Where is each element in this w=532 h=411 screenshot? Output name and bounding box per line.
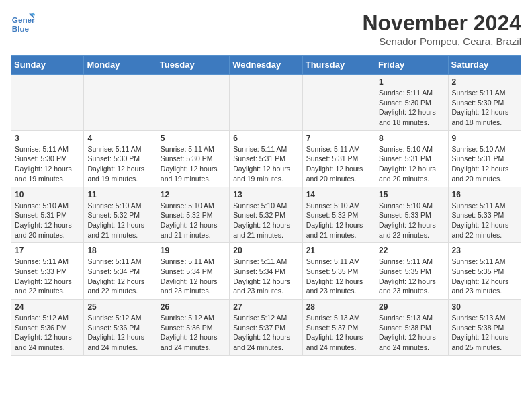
day-info: Sunrise: 5:11 AM Sunset: 5:34 PM Dayligh… (233, 257, 298, 296)
day-number: 7 (306, 134, 371, 143)
day-number: 2 (452, 77, 517, 87)
day-info: Sunrise: 5:11 AM Sunset: 5:31 PM Dayligh… (233, 144, 298, 184)
calendar-day-26: 26Sunrise: 5:12 AM Sunset: 5:36 PM Dayli… (157, 300, 229, 356)
day-info: Sunrise: 5:12 AM Sunset: 5:36 PM Dayligh… (161, 313, 226, 353)
day-info: Sunrise: 5:11 AM Sunset: 5:30 PM Dayligh… (452, 88, 517, 128)
calendar-day-17: 17Sunrise: 5:11 AM Sunset: 5:33 PM Dayli… (11, 243, 84, 300)
calendar-day-13: 13Sunrise: 5:10 AM Sunset: 5:32 PM Dayli… (230, 187, 302, 243)
calendar-day-2: 2Sunrise: 5:11 AM Sunset: 5:30 PM Daylig… (448, 75, 521, 131)
weekday-header-tuesday: Tuesday (157, 56, 229, 75)
calendar-day-9: 9Sunrise: 5:10 AM Sunset: 5:31 PM Daylig… (448, 130, 521, 187)
weekday-header-saturday: Saturday (448, 56, 521, 75)
calendar-day-23: 23Sunrise: 5:11 AM Sunset: 5:35 PM Dayli… (448, 243, 521, 300)
day-number: 27 (233, 302, 298, 312)
day-number: 26 (161, 302, 226, 312)
calendar-day-25: 25Sunrise: 5:12 AM Sunset: 5:36 PM Dayli… (84, 300, 157, 356)
calendar-day-empty (84, 75, 157, 131)
day-info: Sunrise: 5:11 AM Sunset: 5:31 PM Dayligh… (306, 144, 371, 184)
calendar-day-6: 6Sunrise: 5:11 AM Sunset: 5:31 PM Daylig… (230, 130, 302, 187)
day-info: Sunrise: 5:11 AM Sunset: 5:30 PM Dayligh… (161, 144, 226, 184)
calendar-day-14: 14Sunrise: 5:10 AM Sunset: 5:32 PM Dayli… (302, 187, 375, 243)
day-info: Sunrise: 5:11 AM Sunset: 5:30 PM Dayligh… (87, 144, 152, 184)
day-info: Sunrise: 5:11 AM Sunset: 5:30 PM Dayligh… (15, 144, 80, 184)
calendar-day-29: 29Sunrise: 5:13 AM Sunset: 5:38 PM Dayli… (375, 300, 448, 356)
day-number: 11 (87, 190, 152, 199)
calendar-day-7: 7Sunrise: 5:11 AM Sunset: 5:31 PM Daylig… (302, 130, 375, 187)
day-info: Sunrise: 5:11 AM Sunset: 5:34 PM Dayligh… (161, 257, 226, 296)
weekday-header-sunday: Sunday (11, 56, 84, 75)
weekday-header-row: SundayMondayTuesdayWednesdayThursdayFrid… (11, 56, 521, 75)
day-number: 20 (233, 246, 298, 255)
day-number: 19 (161, 246, 226, 255)
calendar-day-empty (11, 75, 84, 131)
day-info: Sunrise: 5:13 AM Sunset: 5:38 PM Dayligh… (452, 313, 517, 353)
day-number: 22 (379, 246, 444, 255)
day-number: 12 (161, 190, 226, 199)
day-number: 25 (87, 302, 152, 312)
day-info: Sunrise: 5:10 AM Sunset: 5:33 PM Dayligh… (379, 201, 444, 240)
day-info: Sunrise: 5:10 AM Sunset: 5:32 PM Dayligh… (233, 201, 298, 240)
weekday-header-wednesday: Wednesday (230, 56, 302, 75)
day-number: 9 (452, 134, 517, 143)
logo-icon: General Blue (11, 11, 35, 35)
day-number: 16 (452, 190, 517, 199)
calendar-week-row: 17Sunrise: 5:11 AM Sunset: 5:33 PM Dayli… (11, 243, 521, 300)
calendar-week-row: 3Sunrise: 5:11 AM Sunset: 5:30 PM Daylig… (11, 130, 521, 187)
day-number: 23 (452, 246, 517, 255)
day-number: 28 (306, 302, 371, 312)
calendar-day-10: 10Sunrise: 5:10 AM Sunset: 5:31 PM Dayli… (11, 187, 84, 243)
day-info: Sunrise: 5:10 AM Sunset: 5:31 PM Dayligh… (15, 201, 80, 240)
page-header: General Blue November 2024 Senador Pompe… (11, 11, 521, 47)
day-number: 29 (379, 302, 444, 312)
calendar-day-27: 27Sunrise: 5:12 AM Sunset: 5:37 PM Dayli… (230, 300, 302, 356)
day-info: Sunrise: 5:10 AM Sunset: 5:31 PM Dayligh… (452, 144, 517, 184)
day-number: 3 (15, 134, 80, 143)
svg-text:General: General (12, 15, 35, 24)
calendar-day-21: 21Sunrise: 5:11 AM Sunset: 5:35 PM Dayli… (302, 243, 375, 300)
day-number: 13 (233, 190, 298, 199)
day-info: Sunrise: 5:11 AM Sunset: 5:35 PM Dayligh… (452, 257, 517, 296)
day-info: Sunrise: 5:13 AM Sunset: 5:38 PM Dayligh… (379, 313, 444, 353)
calendar-day-8: 8Sunrise: 5:10 AM Sunset: 5:31 PM Daylig… (375, 130, 448, 187)
calendar-table: SundayMondayTuesdayWednesdayThursdayFrid… (11, 55, 521, 356)
title-block: November 2024 Senador Pompeu, Ceara, Bra… (362, 11, 521, 47)
day-info: Sunrise: 5:11 AM Sunset: 5:30 PM Dayligh… (379, 88, 444, 128)
location-title: Senador Pompeu, Ceara, Brazil (362, 36, 521, 47)
day-number: 5 (161, 134, 226, 143)
calendar-day-12: 12Sunrise: 5:10 AM Sunset: 5:32 PM Dayli… (157, 187, 229, 243)
day-info: Sunrise: 5:12 AM Sunset: 5:37 PM Dayligh… (233, 313, 298, 353)
day-number: 30 (452, 302, 517, 312)
day-number: 1 (379, 77, 444, 87)
day-info: Sunrise: 5:10 AM Sunset: 5:31 PM Dayligh… (379, 144, 444, 184)
calendar-day-3: 3Sunrise: 5:11 AM Sunset: 5:30 PM Daylig… (11, 130, 84, 187)
calendar-day-15: 15Sunrise: 5:10 AM Sunset: 5:33 PM Dayli… (375, 187, 448, 243)
day-number: 18 (87, 246, 152, 255)
day-info: Sunrise: 5:11 AM Sunset: 5:33 PM Dayligh… (15, 257, 80, 296)
calendar-day-11: 11Sunrise: 5:10 AM Sunset: 5:32 PM Dayli… (84, 187, 157, 243)
day-info: Sunrise: 5:10 AM Sunset: 5:32 PM Dayligh… (87, 201, 152, 240)
calendar-day-empty (157, 75, 229, 131)
calendar-day-1: 1Sunrise: 5:11 AM Sunset: 5:30 PM Daylig… (375, 75, 448, 131)
calendar-day-20: 20Sunrise: 5:11 AM Sunset: 5:34 PM Dayli… (230, 243, 302, 300)
svg-text:Blue: Blue (12, 24, 30, 33)
calendar-day-4: 4Sunrise: 5:11 AM Sunset: 5:30 PM Daylig… (84, 130, 157, 187)
weekday-header-thursday: Thursday (302, 56, 375, 75)
day-number: 24 (15, 302, 80, 312)
calendar-week-row: 1Sunrise: 5:11 AM Sunset: 5:30 PM Daylig… (11, 75, 521, 131)
calendar-day-5: 5Sunrise: 5:11 AM Sunset: 5:30 PM Daylig… (157, 130, 229, 187)
day-number: 8 (379, 134, 444, 143)
day-info: Sunrise: 5:10 AM Sunset: 5:32 PM Dayligh… (161, 201, 226, 240)
calendar-week-row: 10Sunrise: 5:10 AM Sunset: 5:31 PM Dayli… (11, 187, 521, 243)
day-number: 10 (15, 190, 80, 199)
day-number: 17 (15, 246, 80, 255)
day-info: Sunrise: 5:11 AM Sunset: 5:33 PM Dayligh… (452, 201, 517, 240)
calendar-day-16: 16Sunrise: 5:11 AM Sunset: 5:33 PM Dayli… (448, 187, 521, 243)
weekday-header-friday: Friday (375, 56, 448, 75)
day-number: 15 (379, 190, 444, 199)
calendar-day-22: 22Sunrise: 5:11 AM Sunset: 5:35 PM Dayli… (375, 243, 448, 300)
day-info: Sunrise: 5:12 AM Sunset: 5:36 PM Dayligh… (87, 313, 152, 353)
calendar-day-24: 24Sunrise: 5:12 AM Sunset: 5:36 PM Dayli… (11, 300, 84, 356)
calendar-day-19: 19Sunrise: 5:11 AM Sunset: 5:34 PM Dayli… (157, 243, 229, 300)
day-info: Sunrise: 5:10 AM Sunset: 5:32 PM Dayligh… (306, 201, 371, 240)
day-info: Sunrise: 5:11 AM Sunset: 5:34 PM Dayligh… (87, 257, 152, 296)
